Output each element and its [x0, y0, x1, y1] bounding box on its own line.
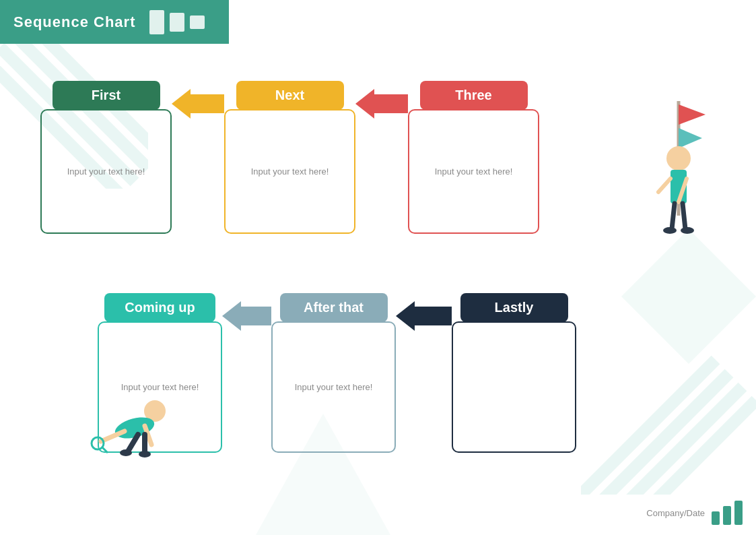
step-lastly-box[interactable] — [452, 321, 576, 453]
step-next: Next Input your text here! — [224, 81, 355, 234]
arrow-head-3 — [222, 301, 241, 331]
header-icon-bar-2 — [170, 13, 184, 32]
footer-bar-1 — [712, 511, 720, 525]
step-three: Three Input your text here! — [408, 81, 539, 234]
step-first-label: First — [53, 81, 160, 110]
page-title: Sequence Chart — [13, 13, 136, 31]
header-icons — [149, 10, 205, 34]
step-three-box[interactable]: Input your text here! — [408, 109, 539, 234]
arrow-head — [172, 89, 191, 119]
arrow-rect-2 — [374, 94, 408, 113]
svg-point-19 — [663, 227, 677, 234]
svg-line-5 — [594, 373, 729, 495]
arrow-body-2 — [355, 94, 408, 113]
step-lastly-label: Lastly — [460, 293, 568, 322]
arrow-4-5 — [396, 293, 452, 325]
svg-line-15 — [658, 179, 671, 192]
arrow-head-2 — [355, 89, 374, 119]
svg-line-18 — [683, 203, 685, 229]
svg-point-13 — [666, 146, 691, 170]
arrow-2-3 — [355, 81, 408, 113]
arrow-red-shape — [355, 94, 408, 113]
svg-marker-12 — [679, 128, 702, 148]
deco-bottom-right — [581, 346, 756, 495]
arrow-rect-4 — [415, 307, 452, 325]
arrow-gray-shape — [222, 307, 271, 325]
footer-bar-2 — [723, 506, 731, 525]
arrow-darkblue-shape — [396, 307, 452, 325]
header-icon-bar-1 — [149, 10, 164, 34]
step-after-that-text: Input your text here! — [295, 382, 373, 392]
step-first-box[interactable]: Input your text here! — [40, 109, 172, 234]
person-figure — [625, 88, 719, 243]
footer: Company/Date — [646, 501, 743, 525]
svg-point-29 — [120, 449, 132, 456]
arrow-head-4 — [396, 301, 415, 331]
arrow-body-3 — [222, 307, 271, 325]
footer-bars — [712, 501, 743, 525]
step-next-box[interactable]: Input your text here! — [224, 109, 355, 234]
step-first-text: Input your text here! — [67, 166, 145, 177]
step-three-label: Three — [420, 81, 528, 110]
svg-line-25 — [102, 447, 108, 453]
svg-marker-11 — [679, 104, 706, 125]
arrow-body — [172, 94, 224, 113]
arrow-3-4 — [222, 293, 271, 325]
step-coming-up-text: Input your text here! — [121, 382, 199, 392]
footer-bar-3 — [734, 501, 743, 525]
footer-company-date: Company/Date — [646, 508, 705, 518]
step-after-that-label: After that — [280, 293, 388, 322]
svg-marker-8 — [621, 229, 756, 364]
row1: First Input your text here! Next Input y… — [40, 81, 539, 234]
svg-point-20 — [681, 227, 694, 234]
arrow-rect — [191, 94, 224, 113]
step-lastly: Lastly — [452, 293, 576, 453]
deco-mid-right — [621, 229, 756, 364]
arrow-body-4 — [396, 307, 452, 325]
header: Sequence Chart — [0, 0, 229, 44]
header-icon-bar-3 — [190, 15, 205, 29]
arrow-orange-shape — [172, 94, 224, 113]
step-coming-up-label: Coming up — [104, 293, 215, 322]
step-next-label: Next — [236, 81, 344, 110]
svg-point-30 — [139, 451, 151, 458]
step-after-that: After that Input your text here! — [271, 293, 396, 453]
step-first: First Input your text here! — [40, 81, 172, 234]
step-after-that-box[interactable]: Input your text here! — [271, 321, 396, 453]
arrow-rect-3 — [241, 307, 271, 325]
crawler-figure — [88, 398, 175, 458]
step-next-text: Input your text here! — [251, 166, 329, 177]
svg-line-17 — [672, 203, 675, 229]
step-three-text: Input your text here! — [435, 166, 513, 177]
arrow-1-2 — [172, 81, 224, 113]
